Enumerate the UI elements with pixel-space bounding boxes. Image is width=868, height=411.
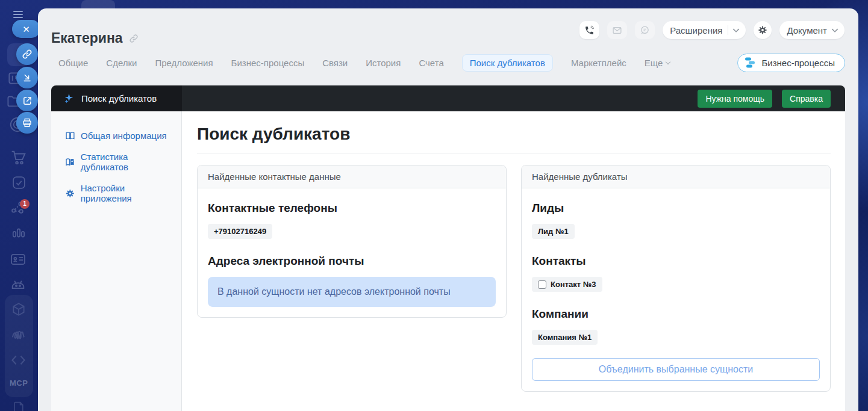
arrow-down-right-icon <box>22 73 33 83</box>
tab-links[interactable]: Связи <box>322 58 348 68</box>
chevron-down-icon <box>666 59 670 64</box>
tab-more[interactable]: Еще <box>645 58 670 68</box>
companies-heading: Компании <box>532 307 820 321</box>
close-icon: ✕ <box>22 25 30 34</box>
duplicates-card: Найденные дубликаты Лиды Лид №1 Контакты… <box>521 165 831 392</box>
nav-item-label: Общая информация <box>81 131 167 141</box>
settings-button[interactable] <box>754 21 772 39</box>
mcp-label[interactable]: MCP <box>10 379 28 388</box>
copy-link-fab-button[interactable] <box>16 43 38 65</box>
emails-heading: Адреса электронной почты <box>208 255 496 268</box>
tab-history[interactable]: История <box>366 58 401 68</box>
extensions-dropdown[interactable]: Расширения <box>663 21 746 39</box>
reference-button[interactable]: Справка <box>782 90 831 108</box>
page-title: Поиск дубликатов <box>197 125 831 144</box>
call-button[interactable] <box>579 21 599 39</box>
sparkle-icon <box>63 93 75 104</box>
tab-invoices[interactable]: Счета <box>419 58 443 68</box>
nav-item-duplicate-stats[interactable]: Статистика дубликатов <box>51 146 181 178</box>
crm-window: Екатерина Расширения <box>38 8 858 411</box>
chat-search-icon <box>640 25 650 36</box>
link-icon <box>22 49 33 60</box>
duplicate-search-app: Поиск дубликатов Нужна помощь Справка Об… <box>51 85 845 411</box>
email-button[interactable] <box>607 21 627 39</box>
envelope-icon <box>612 25 622 36</box>
divider <box>728 25 728 35</box>
close-fab-button[interactable]: ✕ <box>12 20 40 38</box>
need-help-button[interactable]: Нужна помощь <box>698 90 772 108</box>
contact-data-card: Найденные контактные данные Контактные т… <box>197 165 507 318</box>
flowchart-icon <box>745 57 757 69</box>
nav-item-general-info[interactable]: Общая информация <box>51 125 181 146</box>
extensions-label: Расширения <box>670 25 722 36</box>
waves-icon[interactable] <box>10 326 27 343</box>
tab-marketplace[interactable]: Маркетплейс <box>571 58 626 68</box>
tab-deals[interactable]: Сделки <box>106 58 137 68</box>
business-processes-button[interactable]: Бизнес-процессы <box>737 54 845 72</box>
phone-icon <box>584 25 595 36</box>
lead-badge: Лид №1 <box>532 224 575 239</box>
code-icon[interactable] <box>10 352 27 368</box>
phones-heading: Контактные телефоны <box>208 202 496 215</box>
contact-duplicate-label: Контакт №3 <box>551 280 596 289</box>
title-divider <box>197 153 831 153</box>
tab-quotes[interactable]: Предложения <box>155 58 213 68</box>
tab-duplicate-search[interactable]: Поиск дубликатов <box>462 54 553 72</box>
contact-duplicate-item: Контакт №3 <box>532 277 602 292</box>
print-icon <box>22 117 33 128</box>
tasks-icon[interactable] <box>11 175 27 190</box>
hamburger-menu-icon[interactable] <box>13 11 23 20</box>
business-processes-label: Бизнес-процессы <box>761 58 835 68</box>
contact-duplicate-checkbox[interactable] <box>538 280 546 289</box>
app-title-bar: Поиск дубликатов Нужна помощь Справка <box>51 85 845 111</box>
chevron-down-icon <box>733 26 740 32</box>
phone-badge: +79102716249 <box>208 224 272 239</box>
leads-heading: Лиды <box>532 202 820 215</box>
nav-item-label: Настройки приложения <box>81 183 176 203</box>
notification-badge: 1 <box>20 199 30 209</box>
id-card-icon[interactable] <box>10 251 27 268</box>
chat-search-button[interactable] <box>635 21 655 39</box>
document-dropdown[interactable]: Документ <box>779 21 845 39</box>
nav-item-app-settings[interactable]: Настройки приложения <box>51 178 181 209</box>
edit-link-icon[interactable] <box>129 34 139 43</box>
entity-tabs: Общие Сделки Предложения Бизнес-процессы… <box>58 53 845 72</box>
entity-title: Екатерина <box>51 30 123 46</box>
company-badge: Компания №1 <box>532 330 598 345</box>
app-main-content: Поиск дубликатов Найденные контактные да… <box>182 111 845 411</box>
contacts-heading: Контакты <box>532 255 820 268</box>
cube-icon[interactable] <box>11 301 27 317</box>
no-emails-alert: В данной сущности нет адресов электронно… <box>208 277 496 307</box>
chevron-down-icon <box>831 26 838 32</box>
nav-item-label: Статистика дубликатов <box>81 152 176 172</box>
book-open-icon <box>65 131 75 141</box>
document-icon[interactable] <box>11 401 27 411</box>
external-link-icon <box>22 96 33 106</box>
app-nav: Общая информация Статистика дубликатов <box>51 111 182 411</box>
book-check-icon <box>65 157 75 167</box>
gear-fill-icon <box>65 188 75 199</box>
duplicates-card-header: Найденные дубликаты <box>522 165 830 188</box>
robot-icon[interactable] <box>10 276 27 292</box>
document-label: Документ <box>787 25 827 36</box>
bar-chart-icon[interactable] <box>11 225 27 241</box>
contact-card-header: Найденные контактные данные <box>198 165 506 188</box>
background-browser-tab <box>81 0 115 8</box>
app-title: Поиск дубликатов <box>81 93 157 104</box>
import-fab-button[interactable] <box>16 67 38 88</box>
tab-business-processes[interactable]: Бизнес-процессы <box>231 58 305 68</box>
merge-selected-button[interactable]: Объединить выбранные сущности <box>532 358 820 381</box>
cart-icon[interactable] <box>10 149 27 166</box>
gear-icon <box>757 25 768 36</box>
tab-general[interactable]: Общие <box>58 58 88 68</box>
tab-more-label: Еще <box>645 58 663 68</box>
open-external-fab-button[interactable] <box>16 90 38 111</box>
print-fab-button[interactable] <box>16 112 38 134</box>
